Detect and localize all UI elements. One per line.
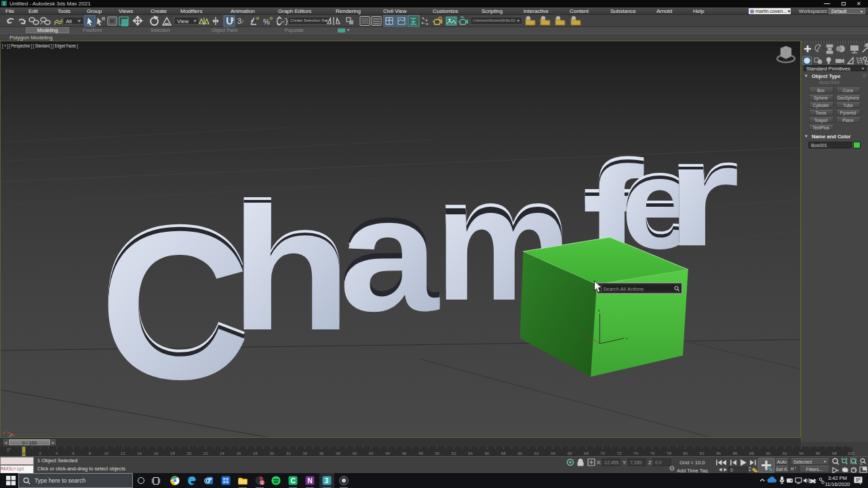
svg-text:62: 62 — [534, 451, 539, 455]
svg-text:48: 48 — [418, 451, 423, 455]
svg-text:28: 28 — [253, 451, 258, 455]
svg-text:10: 10 — [104, 451, 108, 455]
svg-text:3: 3 — [325, 477, 329, 485]
svg-text:36: 36 — [319, 451, 324, 455]
svg-text:24: 24 — [220, 451, 224, 455]
svg-text:3: 3 — [231, 17, 234, 22]
svg-text:14: 14 — [137, 451, 142, 455]
svg-text:r: r — [666, 115, 740, 276]
svg-text:94: 94 — [799, 451, 804, 455]
svg-text:60: 60 — [517, 451, 522, 455]
svg-text:7.289: 7.289 — [630, 460, 642, 465]
svg-text:12.455: 12.455 — [604, 460, 619, 465]
svg-text:32: 32 — [286, 451, 291, 455]
svg-text:96: 96 — [816, 451, 821, 455]
svg-text:82: 82 — [700, 451, 705, 455]
svg-text:74: 74 — [633, 451, 638, 455]
svg-text:88: 88 — [749, 451, 754, 455]
svg-text:Search All Actions: Search All Actions — [603, 286, 644, 292]
svg-text:38: 38 — [336, 451, 340, 455]
svg-text:16: 16 — [154, 451, 159, 455]
svg-text:22: 22 — [203, 451, 208, 455]
svg-text:40: 40 — [352, 451, 357, 455]
svg-text:0.0: 0.0 — [655, 460, 662, 465]
svg-text:84: 84 — [716, 451, 721, 455]
svg-text:56: 56 — [485, 451, 490, 455]
svg-text:70: 70 — [600, 451, 605, 455]
svg-text:X:: X: — [597, 460, 601, 466]
svg-text:[ + ] [ Perspective ] [ Stand: [ + ] [ Perspective ] [ Standard ] [ Edg… — [2, 43, 78, 49]
svg-text:%: % — [263, 18, 270, 26]
svg-text:66: 66 — [568, 451, 572, 455]
svg-text:C: C — [100, 188, 250, 424]
svg-text:26: 26 — [237, 451, 241, 455]
svg-text:0: 0 — [730, 468, 733, 472]
svg-text:100: 100 — [848, 451, 855, 455]
svg-text:50: 50 — [435, 451, 439, 455]
svg-text:12: 12 — [121, 451, 125, 455]
svg-text:64: 64 — [551, 451, 555, 455]
svg-text:80: 80 — [683, 451, 688, 455]
svg-text:20: 20 — [186, 451, 191, 455]
svg-text:58: 58 — [501, 451, 506, 455]
svg-text:90: 90 — [766, 451, 770, 455]
svg-text:44: 44 — [385, 451, 390, 455]
svg-text:N: N — [308, 477, 313, 485]
svg-text:54: 54 — [468, 451, 473, 455]
svg-text:Create Selection Set: Create Selection Set — [290, 18, 328, 22]
svg-text:C: C — [291, 477, 296, 485]
svg-text:98: 98 — [832, 451, 837, 455]
svg-text:92: 92 — [783, 451, 787, 455]
svg-text:Grid = 10.0: Grid = 10.0 — [679, 460, 705, 466]
svg-text:18: 18 — [170, 451, 175, 455]
svg-text:1: 1 — [261, 481, 263, 485]
svg-text:76: 76 — [650, 451, 655, 455]
svg-text:78: 78 — [667, 451, 671, 455]
svg-text:72: 72 — [617, 451, 622, 455]
svg-text:Z:: Z: — [648, 460, 653, 466]
svg-text:52: 52 — [452, 451, 456, 455]
svg-text:3: 3 — [237, 17, 241, 25]
svg-text:x: x — [3, 430, 5, 434]
svg-text:{·}: {·} — [275, 18, 289, 26]
svg-text:68: 68 — [584, 451, 589, 455]
svg-text:42: 42 — [369, 451, 374, 455]
svg-text:All: All — [66, 18, 72, 24]
svg-text:View: View — [177, 18, 189, 24]
svg-text:46: 46 — [402, 451, 407, 455]
svg-text:h: h — [230, 171, 352, 367]
svg-text:Y:: Y: — [623, 460, 627, 466]
svg-text:O: O — [205, 478, 210, 484]
svg-text:a: a — [339, 163, 440, 344]
svg-text:86: 86 — [733, 451, 738, 455]
svg-text:30: 30 — [269, 451, 274, 455]
svg-text:C:\Users\covenm\Documents\3ds: C:\Users\covenm\Documents\3ds Max 2021 — [473, 18, 515, 22]
svg-text:34: 34 — [302, 451, 307, 455]
